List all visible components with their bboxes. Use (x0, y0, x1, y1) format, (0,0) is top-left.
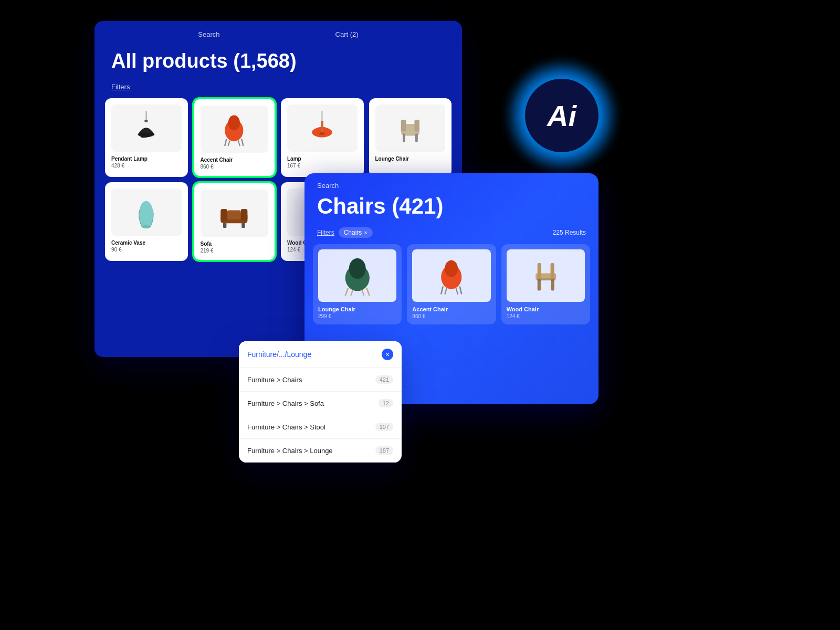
back-filters-link[interactable]: Filters (94, 83, 462, 98)
svg-point-4 (228, 116, 240, 131)
back-page-title: All products (1,568) (94, 45, 462, 83)
product-price: 124 € (507, 313, 585, 319)
dropdown-item-1[interactable]: Furniture > Chairs > Sofa 12 (239, 392, 402, 415)
svg-rect-17 (415, 133, 418, 142)
svg-line-5 (225, 139, 227, 146)
product-name: Lamp (287, 156, 358, 162)
product-name: Ceramic Vase (111, 240, 182, 246)
dropdown-item-text-1: Furniture > Chairs > Sofa (247, 400, 324, 407)
back-product-card[interactable]: Ceramic Vase 90 € (105, 182, 188, 261)
mid-results-count: 225 Results (553, 229, 586, 236)
back-product-card[interactable]: Lounge Chair (369, 98, 452, 177)
product-name: Accent Chair (201, 157, 269, 163)
mid-filter-chip[interactable]: Chairs × (339, 227, 373, 238)
product-name: Lounge Chair (375, 156, 446, 162)
svg-line-40 (445, 288, 447, 295)
product-image (111, 188, 182, 236)
dropdown-header-text: Furniture/.../Lounge (247, 350, 311, 359)
dropdown-item-count-1: 12 (379, 399, 393, 407)
product-name: Sofa (201, 241, 269, 247)
svg-rect-21 (241, 209, 248, 220)
mid-filters-link[interactable]: Filters (317, 229, 334, 236)
svg-point-12 (320, 132, 325, 135)
svg-line-33 (366, 288, 369, 296)
product-price: 299 € (318, 313, 396, 319)
svg-rect-45 (537, 279, 540, 290)
dropdown-item-text-0: Furniture > Chairs (247, 376, 302, 384)
mid-filter-row: Filters Chairs × 225 Results (304, 227, 598, 244)
product-image (201, 106, 269, 153)
ai-badge-wrapper: Ai (509, 63, 614, 168)
svg-rect-24 (242, 223, 245, 228)
back-product-card[interactable]: Sofa 219 € (193, 182, 276, 261)
dropdown-item-text-3: Furniture > Chairs > Lounge (247, 447, 333, 455)
dropdown-item-0[interactable]: Furniture > Chairs 421 (239, 368, 402, 392)
svg-line-39 (460, 286, 462, 294)
svg-line-6 (242, 139, 244, 146)
product-price: 167 € (287, 163, 358, 169)
product-image (201, 190, 269, 237)
svg-rect-16 (403, 133, 405, 142)
svg-line-35 (362, 290, 364, 296)
dropdown-close-button[interactable]: × (382, 349, 393, 360)
svg-line-38 (441, 286, 443, 294)
product-price: 428 € (111, 163, 182, 169)
svg-rect-43 (537, 263, 541, 278)
svg-rect-47 (537, 278, 555, 280)
back-product-card[interactable]: Lamp 167 € (281, 98, 364, 177)
dropdown-item-text-2: Furniture > Chairs > Stool (247, 423, 326, 431)
product-image (287, 104, 358, 152)
product-name: Accent Chair (412, 306, 490, 312)
svg-point-31 (349, 258, 366, 279)
mid-product-card[interactable]: Wood Chair 124 € (501, 244, 590, 324)
svg-point-37 (445, 260, 458, 277)
back-product-card[interactable]: Accent Chair 860 € (193, 98, 276, 177)
product-name: Pendant Lamp (111, 156, 182, 162)
product-price: 860 € (412, 313, 490, 319)
product-image (318, 249, 396, 302)
svg-point-2 (138, 133, 155, 137)
svg-point-1 (145, 120, 148, 122)
dropdown-item-count-3: 187 (375, 446, 393, 455)
product-image (111, 104, 182, 152)
svg-rect-46 (551, 279, 554, 290)
svg-rect-44 (550, 263, 554, 278)
dropdown-item-count-2: 107 (375, 423, 393, 431)
back-search-link[interactable]: Search (198, 30, 219, 38)
product-image (507, 249, 585, 302)
dropdown-panel: Furniture/.../Lounge × Furniture > Chair… (239, 341, 402, 463)
svg-rect-14 (401, 120, 406, 131)
dropdown-item-2[interactable]: Furniture > Chairs > Stool 107 (239, 415, 402, 439)
svg-line-34 (351, 290, 353, 296)
back-top-bar: Search Cart (2) (94, 21, 462, 45)
back-product-card[interactable]: Pendant Lamp 428 € (105, 98, 188, 177)
svg-rect-15 (414, 120, 419, 131)
back-cart-link[interactable]: Cart (2) (335, 30, 359, 38)
dropdown-item-count-0: 421 (375, 375, 393, 384)
product-price: 219 € (201, 248, 269, 254)
mid-page-title: Chairs (421) (304, 192, 598, 227)
mid-search-label[interactable]: Search (304, 173, 598, 192)
chip-label: Chairs (344, 229, 362, 236)
svg-line-32 (345, 288, 348, 296)
product-price: 90 € (111, 247, 182, 253)
product-image (412, 249, 490, 302)
svg-point-18 (142, 225, 151, 228)
svg-line-7 (228, 141, 230, 146)
svg-rect-11 (321, 121, 323, 133)
svg-line-41 (456, 288, 458, 295)
ai-badge[interactable]: Ai (525, 79, 598, 152)
svg-rect-22 (227, 210, 241, 219)
chip-close-button[interactable]: × (364, 229, 367, 236)
mid-product-card[interactable]: Accent Chair 860 € (407, 244, 496, 324)
product-image (375, 104, 446, 152)
svg-line-8 (238, 141, 240, 146)
mid-product-card[interactable]: Lounge Chair 299 € (313, 244, 402, 324)
product-price: 860 € (201, 164, 269, 170)
mid-product-grid: Lounge Chair 299 € Accent Chair 860 (304, 244, 598, 324)
dropdown-header: Furniture/.../Lounge × (239, 341, 402, 368)
dropdown-item-3[interactable]: Furniture > Chairs > Lounge 187 (239, 439, 402, 463)
product-name: Lounge Chair (318, 306, 396, 312)
svg-rect-23 (223, 223, 226, 228)
product-name: Wood Chair (507, 306, 585, 312)
